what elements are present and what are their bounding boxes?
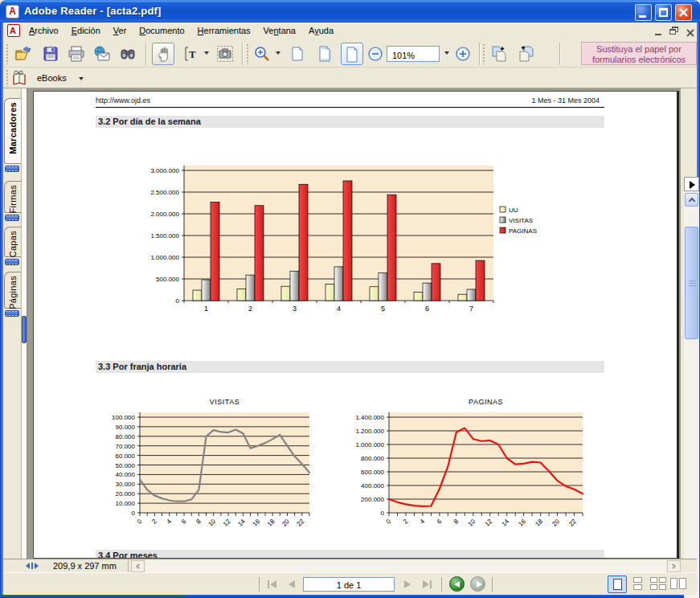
svg-text:8: 8: [194, 518, 203, 526]
section-heading-32: 3.2 Por día de la semana: [96, 116, 604, 128]
window-title: Adobe Reader - [acta2.pdf]: [24, 5, 162, 17]
previous-view-button[interactable]: [488, 43, 510, 65]
zoom-out-button[interactable]: [367, 46, 383, 65]
maximize-button[interactable]: [655, 4, 672, 21]
chevron-left-icon: [136, 563, 141, 569]
continuous-layout-button[interactable]: [628, 575, 648, 593]
search-button[interactable]: [117, 43, 139, 65]
previous-view-nav-button[interactable]: [449, 576, 465, 592]
next-page-icon: [404, 580, 411, 588]
continuous-facing-layout-button[interactable]: [649, 575, 668, 593]
document-close-button[interactable]: [684, 26, 697, 37]
save-button[interactable]: [39, 43, 62, 65]
minimize-button[interactable]: [635, 4, 652, 21]
right-triangle-icon: [690, 181, 695, 189]
previous-page-button[interactable]: [285, 577, 300, 592]
tab-grip[interactable]: [5, 259, 19, 265]
toolbar-grip[interactable]: [6, 43, 9, 64]
document-minimize-icon: [655, 34, 661, 35]
zoom-level-input[interactable]: [387, 46, 440, 62]
previous-page-icon: [289, 580, 295, 588]
open-file-icon: [14, 45, 32, 63]
minimize-icon: [639, 15, 646, 18]
first-page-icon: [268, 580, 269, 588]
svg-text:2.000.000: 2.000.000: [150, 211, 179, 218]
zoom-in-button[interactable]: [455, 46, 471, 65]
menu-archivo[interactable]: Archivo: [23, 23, 65, 38]
tab-grip[interactable]: [5, 310, 19, 317]
actual-size-button[interactable]: [286, 43, 309, 65]
vertical-scrollbar[interactable]: [684, 177, 699, 598]
tab-páginas[interactable]: Páginas: [4, 272, 21, 309]
toolbar-grip[interactable]: [246, 43, 249, 64]
scroll-left-button[interactable]: [131, 560, 145, 572]
navigation-tabs: MarcadoresFirmasCapasPáginas: [3, 88, 21, 559]
fit-width-icon: [344, 46, 362, 63]
document-minimize-button[interactable]: [653, 26, 665, 37]
menu-edicin[interactable]: Edición: [65, 23, 107, 38]
fit-page-button[interactable]: [314, 43, 337, 65]
svg-text:1.400.000: 1.400.000: [355, 414, 384, 421]
menu-bar: A ArchivoEdiciónVerDocumentoHerramientas…: [3, 23, 697, 40]
open-button[interactable]: [12, 43, 35, 65]
tab-grip[interactable]: [5, 215, 19, 221]
tab-marcadores[interactable]: Marcadores: [4, 98, 21, 164]
ebooks-button[interactable]: eBooks: [10, 69, 88, 87]
svg-text:14: 14: [500, 518, 510, 528]
last-page-button[interactable]: [420, 577, 435, 592]
zoom-out-icon: [367, 46, 383, 62]
menu-ventana[interactable]: Ventana: [257, 23, 302, 38]
tab-capas[interactable]: Capas: [4, 227, 21, 257]
document-close-icon: [686, 29, 694, 37]
next-view-button[interactable]: [515, 43, 538, 65]
email-button[interactable]: [91, 43, 113, 65]
page-navigation-toolbar: [3, 572, 697, 595]
fit-width-button[interactable]: [341, 43, 363, 65]
print-button[interactable]: [65, 43, 88, 65]
menu-ayuda[interactable]: Ayuda: [302, 23, 340, 38]
tab-grip[interactable]: [5, 166, 19, 172]
close-button[interactable]: [675, 4, 692, 21]
toolbar-grip[interactable]: [482, 43, 485, 64]
zoom-tool-dropdown[interactable]: [276, 51, 280, 55]
next-page-button[interactable]: [401, 577, 415, 592]
svg-text:0: 0: [132, 510, 136, 517]
first-page-button[interactable]: [266, 577, 280, 592]
svg-text:1.000.000: 1.000.000: [150, 254, 179, 261]
svg-text:0: 0: [381, 510, 385, 517]
facing-layout-button[interactable]: [669, 575, 688, 593]
document-restore-button[interactable]: [668, 26, 681, 37]
svg-text:20.000: 20.000: [116, 490, 136, 498]
svg-text:2: 2: [248, 305, 252, 313]
scroll-up-button[interactable]: [685, 193, 698, 207]
pane-splitter-icon[interactable]: [26, 563, 40, 570]
menu-documento[interactable]: Documento: [133, 23, 190, 38]
scrollbar-thumb[interactable]: [685, 227, 698, 339]
zoom-tool-button[interactable]: [251, 43, 273, 65]
svg-text:1.000.000: 1.000.000: [355, 441, 384, 448]
menu-ver[interactable]: Ver: [107, 23, 133, 38]
pdf-page: http://www.ojd.es 1 Mes - 31 Mes 2004 3.…: [33, 91, 679, 559]
svg-text:18: 18: [534, 518, 544, 528]
scroll-right-button[interactable]: [667, 560, 681, 572]
text-select-dropdown[interactable]: [204, 51, 209, 55]
snapshot-button[interactable]: [214, 43, 236, 65]
next-view-nav-button[interactable]: [470, 576, 485, 592]
hide-pane-button[interactable]: [684, 177, 699, 191]
tab-firmas[interactable]: Firmas: [4, 181, 21, 213]
svg-text:400.000: 400.000: [361, 482, 384, 489]
hand-tool-button[interactable]: [152, 43, 174, 65]
single-page-layout-button[interactable]: [608, 575, 627, 593]
svg-text:40.000: 40.000: [116, 471, 136, 478]
text-select-button[interactable]: T: [180, 43, 203, 65]
svg-text:14: 14: [236, 518, 247, 528]
continuous-icon: [633, 577, 642, 583]
zoom-level-dropdown[interactable]: [444, 51, 449, 55]
promo-button[interactable]: Sustituya el papel por formularios elect…: [581, 42, 697, 65]
page-number-input[interactable]: [303, 577, 395, 592]
splitter-grip[interactable]: [22, 316, 27, 343]
menu-herramientas[interactable]: Herramientas: [191, 23, 257, 38]
close-icon: [678, 7, 689, 18]
horizontal-scrollbar[interactable]: [145, 560, 666, 572]
toolbar-grip[interactable]: [6, 69, 9, 87]
